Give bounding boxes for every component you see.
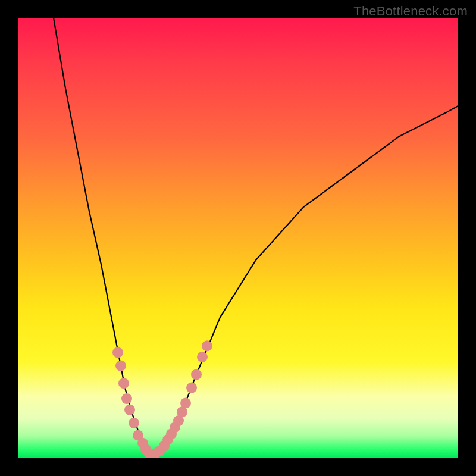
highlight-dot — [191, 369, 202, 380]
highlight-dot — [129, 418, 139, 428]
highlight-dot — [180, 398, 191, 409]
bottleneck-curve — [54, 18, 458, 454]
highlight-dot — [186, 383, 197, 393]
plot-area — [18, 18, 458, 458]
chart-frame: TheBottleneck.com — [0, 0, 476, 476]
highlight-dot — [124, 405, 135, 415]
highlight-dots — [112, 340, 212, 458]
highlight-dot — [112, 347, 123, 358]
highlight-dot — [197, 352, 208, 362]
highlight-dot — [115, 361, 126, 371]
highlight-dot — [121, 393, 132, 404]
highlight-dot — [202, 340, 212, 351]
curve-layer — [18, 18, 458, 458]
watermark-label: TheBottleneck.com — [353, 4, 468, 19]
highlight-dot — [118, 378, 129, 389]
